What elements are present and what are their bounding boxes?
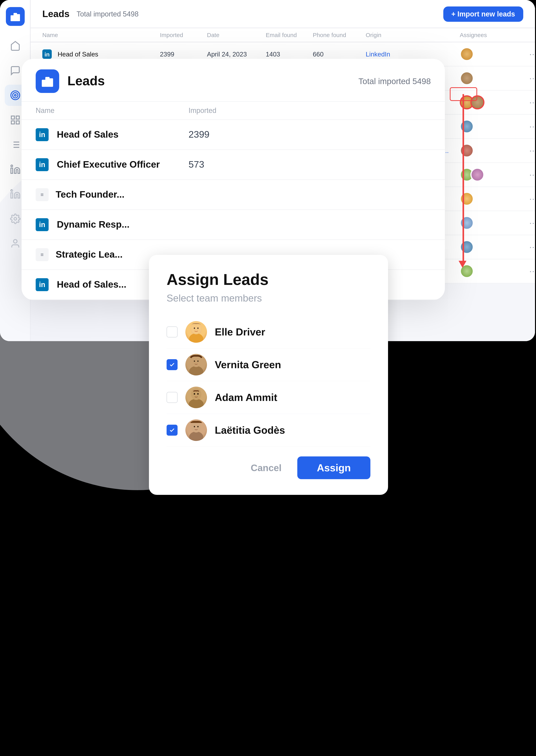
assignees bbox=[460, 168, 519, 182]
panel-row-name: in Dynamic Resp... bbox=[36, 218, 188, 231]
panel-row-name: in Chief Executive Officer bbox=[36, 158, 188, 171]
svg-rect-18 bbox=[11, 193, 12, 198]
assignees bbox=[460, 120, 519, 133]
avatar bbox=[460, 240, 474, 254]
assignees bbox=[460, 71, 519, 85]
linkedin-icon: in bbox=[36, 218, 49, 231]
checkbox-elle[interactable] bbox=[167, 326, 178, 337]
svg-point-27 bbox=[191, 323, 201, 334]
team-member-laetitia[interactable]: Laëtitia Godès bbox=[167, 414, 370, 447]
panel-row-name: ≡ Tech Founder... bbox=[36, 188, 188, 201]
avatar bbox=[470, 95, 485, 109]
more-button[interactable]: ⋯ bbox=[519, 98, 535, 107]
linkedin-icon: in bbox=[36, 158, 49, 171]
panel-row[interactable]: in Chief Executive Officer 573 bbox=[21, 150, 445, 180]
dialog-title: Assign Leads bbox=[167, 271, 370, 289]
assignees bbox=[460, 264, 519, 278]
assignees bbox=[460, 47, 519, 61]
team-member-elle[interactable]: Elle Driver bbox=[167, 316, 370, 348]
svg-point-38 bbox=[189, 431, 203, 441]
svg-point-37 bbox=[197, 393, 199, 395]
svg-point-31 bbox=[191, 356, 201, 367]
avatar bbox=[460, 71, 474, 85]
page-title: Leads bbox=[42, 9, 70, 19]
svg-rect-24 bbox=[49, 79, 53, 87]
more-button[interactable]: ⋯ bbox=[519, 74, 535, 83]
col-email: Email found bbox=[266, 32, 313, 38]
doc-icon: ≡ bbox=[36, 188, 49, 201]
row-name: in Head of Sales bbox=[42, 50, 160, 59]
col-origin: Origin bbox=[366, 32, 460, 38]
col-assignees: Assignees bbox=[460, 32, 519, 38]
checkbox-adam[interactable] bbox=[167, 392, 178, 403]
more-button[interactable]: ⋯ bbox=[519, 170, 535, 179]
doc-icon: ≡ bbox=[36, 248, 49, 261]
avatar bbox=[460, 144, 474, 157]
svg-point-20 bbox=[14, 218, 17, 220]
assignees bbox=[460, 144, 519, 157]
dialog-actions: Cancel Assign bbox=[167, 457, 370, 479]
page-header: Leads Total imported 5498 + Import new l… bbox=[31, 0, 535, 28]
team-member-adam[interactable]: Adam Ammit bbox=[167, 381, 370, 414]
svg-point-29 bbox=[197, 327, 199, 329]
checkbox-laetitia[interactable] bbox=[167, 425, 178, 436]
checkbox-vernita[interactable] bbox=[167, 359, 178, 370]
col-name: Name bbox=[42, 32, 160, 38]
avatar-laetitia bbox=[185, 419, 207, 441]
member-name-adam: Adam Ammit bbox=[215, 392, 277, 403]
col-phone: Phone found bbox=[313, 32, 366, 38]
assignees-highlighted bbox=[460, 95, 519, 109]
panel-total: Total imported 5498 bbox=[358, 77, 431, 86]
panel-row[interactable]: in Head of Sales 2399 bbox=[21, 120, 445, 150]
total-imported: Total imported 5498 bbox=[77, 10, 139, 18]
svg-point-35 bbox=[191, 388, 201, 400]
more-button[interactable]: ⋯ bbox=[519, 146, 535, 155]
svg-rect-16 bbox=[11, 168, 12, 173]
svg-point-30 bbox=[189, 366, 203, 375]
sidebar-item-home[interactable] bbox=[5, 35, 26, 56]
more-button[interactable]: ⋯ bbox=[519, 122, 535, 131]
assignees bbox=[460, 192, 519, 206]
member-name-laetitia: Laëtitia Godès bbox=[215, 424, 285, 436]
member-name-elle: Elle Driver bbox=[215, 326, 265, 338]
svg-point-32 bbox=[194, 361, 195, 362]
col-imported: Imported bbox=[160, 32, 207, 38]
app-logo bbox=[6, 7, 24, 26]
svg-point-4 bbox=[12, 93, 17, 98]
avatar bbox=[460, 264, 474, 278]
more-button[interactable]: ⋯ bbox=[519, 194, 535, 203]
linkedin-icon: in bbox=[36, 128, 49, 141]
svg-point-28 bbox=[194, 327, 195, 329]
assignees bbox=[460, 216, 519, 230]
linkedin-icon: in bbox=[36, 278, 49, 291]
avatar bbox=[460, 120, 474, 133]
more-button[interactable]: ⋯ bbox=[519, 242, 535, 252]
panel-row[interactable]: ≡ Tech Founder... bbox=[21, 180, 445, 210]
more-button[interactable]: ⋯ bbox=[519, 50, 535, 59]
svg-point-34 bbox=[189, 399, 204, 408]
col-date: Date bbox=[207, 32, 266, 38]
cancel-button[interactable]: Cancel bbox=[243, 459, 289, 477]
import-button[interactable]: + Import new leads bbox=[443, 6, 523, 21]
svg-point-21 bbox=[13, 240, 17, 243]
more-button[interactable]: ⋯ bbox=[519, 218, 535, 227]
svg-point-17 bbox=[11, 165, 12, 167]
svg-rect-9 bbox=[16, 121, 19, 124]
avatar-elle bbox=[185, 321, 207, 343]
svg-point-26 bbox=[189, 333, 203, 343]
panel-row-name: in Head of Sales bbox=[36, 128, 188, 141]
more-button[interactable]: ⋯ bbox=[519, 266, 535, 276]
panel-col-imported: Imported bbox=[188, 106, 431, 115]
panel-row[interactable]: in Dynamic Resp... bbox=[21, 210, 445, 240]
panel-table-header: Name Imported bbox=[21, 102, 445, 120]
svg-point-19 bbox=[11, 190, 12, 191]
team-member-vernita[interactable]: Vernita Green bbox=[167, 348, 370, 381]
svg-point-33 bbox=[197, 361, 199, 362]
avatar bbox=[460, 216, 474, 230]
svg-rect-7 bbox=[16, 116, 19, 119]
table-header: Name Imported Date Email found Phone fou… bbox=[31, 28, 535, 42]
avatar bbox=[470, 168, 485, 182]
svg-point-5 bbox=[14, 94, 16, 96]
assign-button[interactable]: Assign bbox=[297, 457, 370, 479]
svg-point-41 bbox=[197, 426, 199, 428]
